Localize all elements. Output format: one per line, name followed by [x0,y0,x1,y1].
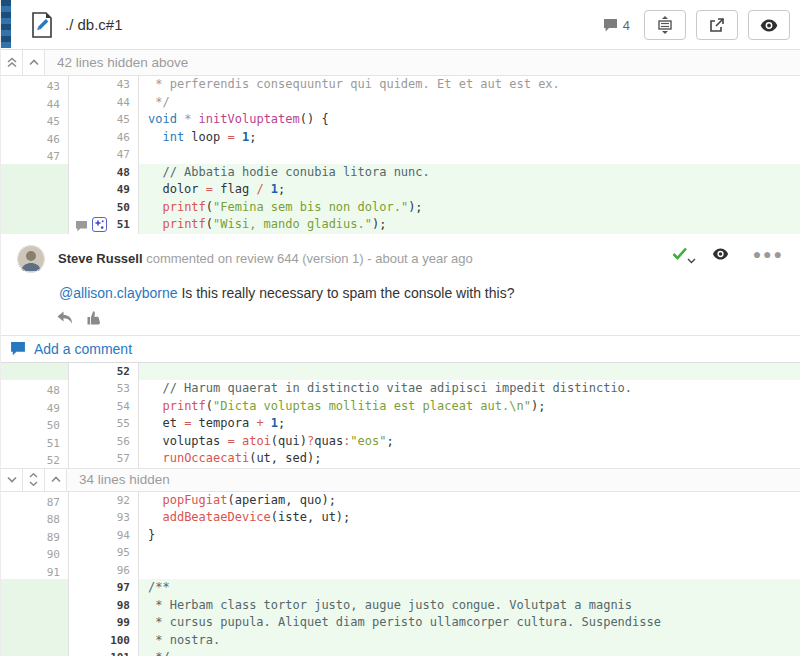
old-line-number[interactable]: 87 [47,496,68,509]
comment-bubble-icon[interactable] [75,221,88,232]
code-line [139,363,800,381]
old-line-number[interactable]: 90 [47,548,68,561]
expand-collapse-button[interactable] [644,10,686,40]
chevron-down-icon [687,258,696,264]
new-line-number[interactable]: 97 [117,579,138,597]
old-line-number[interactable] [60,583,68,596]
add-comment-label: Add a comment [34,341,132,357]
old-line-number[interactable] [60,185,68,198]
old-line-number[interactable]: 47 [47,150,68,163]
old-line-number[interactable] [60,367,68,380]
collapse-up-icon [28,59,40,66]
old-line-number[interactable] [60,601,68,614]
old-line-number[interactable]: 50 [47,419,68,432]
comment-body: @allison.clayborne Is this really necess… [1,273,800,301]
user-mention-link[interactable]: @allison.clayborne [59,285,178,301]
diff-row: 4646 int loop = 1; [1,129,800,147]
old-line-number[interactable]: 46 [47,133,68,146]
old-line-number[interactable] [60,636,68,649]
old-line-number[interactable]: 48 [47,384,68,397]
new-line-number[interactable]: 46 [117,129,138,147]
diff-chunk: 4343 * perferendis consequuntur qui quid… [1,76,800,234]
old-line-number[interactable]: 49 [47,402,68,415]
new-line-number[interactable]: 47 [117,146,138,164]
new-line-number[interactable]: 101 [110,649,138,656]
code-line: * cursus pupula. Aliquet diam peristo ul… [139,614,800,632]
open-external-button[interactable] [696,10,738,40]
diff-row: 4343 * perferendis consequuntur qui quid… [1,76,800,94]
new-line-number[interactable]: 43 [117,76,138,94]
hidden-lines-label: 34 lines hidden [67,469,170,491]
new-line-number[interactable]: 55 [117,415,138,433]
new-line-number[interactable]: 53 [117,380,138,398]
new-line-number[interactable]: 52 [117,363,138,381]
hidden-lines-label: 42 lines hidden above [45,50,188,75]
expand-above-button[interactable] [45,469,67,491]
new-line-number[interactable]: 56 [117,433,138,451]
diff-row: 51 printf("Wisi, mando gladius."); [1,216,800,234]
diff-chunk: 524853 // Harum quaerat in distinctio vi… [1,363,800,468]
new-line-number[interactable]: 57 [117,450,138,468]
old-line-number[interactable]: 45 [47,115,68,128]
resolved-check-button[interactable] [672,247,688,260]
old-line-number[interactable]: 43 [47,80,68,93]
old-line-number[interactable]: 44 [47,98,68,111]
old-line-number[interactable]: 88 [47,513,68,526]
expand-all-above-button[interactable] [1,50,23,75]
new-line-number[interactable]: 49 [117,181,138,199]
old-line-number[interactable]: 52 [47,454,68,467]
new-line-number[interactable]: 48 [117,164,138,182]
code-line: // Harum quaerat in distinctio vitae adi… [139,380,800,398]
new-line-number[interactable]: 50 [117,199,138,217]
new-line-number[interactable]: 93 [117,509,138,527]
diff-row: 101 */ [1,649,800,656]
visibility-button[interactable] [748,10,790,40]
new-line-number[interactable]: 44 [117,94,138,112]
code-line: int loop = 1; [139,129,800,147]
code-line: addBeataeDevice(iste, ut); [139,509,800,527]
comment-visibility-button[interactable] [712,248,729,260]
diff-row: 5055 et = tempora + 1; [1,415,800,433]
new-line-number[interactable]: 94 [117,527,138,545]
new-line-number[interactable]: 45 [117,111,138,129]
expand-all-button[interactable] [23,469,45,491]
eye-icon [712,248,729,260]
new-line-number[interactable]: 95 [117,544,138,562]
code-line: printf("Wisi, mando gladius."); [139,216,800,234]
collapse-up-icon [50,476,62,483]
diff-row: 99 * cursus pupula. Aliquet diam peristo… [1,614,800,632]
ai-comment-icon[interactable] [92,217,107,232]
collapse-top-row: 42 lines hidden above [1,50,800,76]
old-line-number[interactable]: 51 [47,437,68,450]
old-line-number[interactable] [60,618,68,631]
new-line-number[interactable]: 51 [117,216,138,234]
old-line-number[interactable] [60,203,68,216]
code-line: voluptas = atoi(qui)?quas:"eos"; [139,433,800,451]
new-line-number[interactable]: 99 [117,614,138,632]
new-line-number[interactable]: 54 [117,398,138,416]
more-actions-button[interactable]: ●●● [753,246,784,262]
code-line: // Abbatia hodie conubia litora nunc. [139,164,800,182]
old-line-number[interactable]: 91 [47,566,68,579]
file-chunk-index-bar[interactable] [1,0,11,48]
new-line-number[interactable]: 96 [117,562,138,580]
diff-row: 100 * nostra. [1,632,800,650]
collapse-double-up-icon [6,57,18,68]
new-line-number[interactable]: 92 [117,492,138,510]
old-line-number[interactable] [60,220,68,233]
thumbs-up-button[interactable] [87,311,102,325]
expand-above-button[interactable] [23,50,45,75]
review-comment-section: Steve Russell commented on review 644 (v… [1,234,800,363]
old-line-number[interactable] [60,168,68,181]
file-header: ./ db.c#1 4 [1,0,800,50]
reply-icon [57,311,73,324]
add-comment-row[interactable]: Add a comment [1,335,800,362]
new-line-number[interactable]: 100 [110,632,138,650]
reply-button[interactable] [57,311,73,324]
new-line-number[interactable]: 98 [117,597,138,615]
external-link-icon [709,17,725,33]
old-line-number[interactable]: 89 [47,531,68,544]
avatar[interactable] [17,245,45,273]
comment-title: Steve Russell commented on review 644 (v… [58,251,473,266]
expand-below-button[interactable] [1,469,23,491]
